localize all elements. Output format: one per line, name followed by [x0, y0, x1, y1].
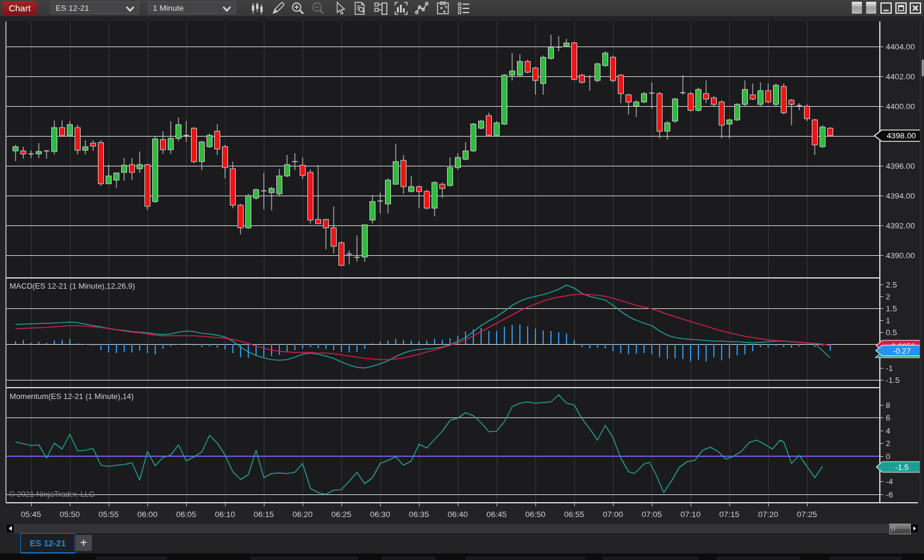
svg-text:1: 1 — [886, 316, 891, 325]
svg-text:06:30: 06:30 — [370, 510, 390, 519]
svg-text:-1.5: -1.5 — [886, 376, 900, 385]
svg-text:-6: -6 — [886, 490, 893, 499]
svg-text:8: 8 — [886, 401, 891, 410]
svg-text:ES 12-21: ES 12-21 — [56, 4, 89, 13]
svg-text:06:35: 06:35 — [409, 510, 429, 519]
svg-text:06:55: 06:55 — [564, 510, 584, 519]
svg-text:06:50: 06:50 — [525, 510, 546, 519]
svg-text:+: + — [80, 536, 87, 549]
svg-text:05:55: 05:55 — [98, 510, 119, 519]
svg-text:-1: -1 — [886, 364, 893, 373]
svg-text:4392.00: 4392.00 — [886, 221, 915, 230]
svg-text:Chart: Chart — [9, 3, 32, 13]
svg-text:4394.00: 4394.00 — [886, 191, 915, 200]
svg-text:07:25: 07:25 — [797, 510, 817, 519]
svg-text:-1.5: -1.5 — [895, 463, 908, 472]
svg-text:1.5: 1.5 — [886, 304, 897, 313]
svg-text:06:00: 06:00 — [137, 510, 158, 519]
svg-text:ES 12-21: ES 12-21 — [30, 539, 66, 548]
svg-text:06:05: 06:05 — [176, 510, 196, 519]
svg-text:2: 2 — [886, 292, 891, 301]
svg-text:4398.00: 4398.00 — [887, 131, 916, 140]
svg-text:07:20: 07:20 — [758, 510, 778, 519]
svg-text:4396.00: 4396.00 — [886, 162, 915, 171]
svg-text:06:25: 06:25 — [331, 510, 352, 519]
svg-text:06:20: 06:20 — [292, 510, 313, 519]
svg-text:Momentum(ES 12-21 (1 Minute),1: Momentum(ES 12-21 (1 Minute),14) — [10, 392, 134, 401]
svg-text:0.5: 0.5 — [886, 328, 897, 337]
svg-text:06:10: 06:10 — [215, 510, 235, 519]
svg-text:6: 6 — [886, 413, 891, 422]
svg-text:06:45: 06:45 — [486, 510, 507, 519]
svg-text:05:45: 05:45 — [21, 510, 41, 519]
svg-text:07:05: 07:05 — [642, 510, 662, 519]
svg-text:-4: -4 — [886, 477, 893, 486]
svg-text:07:10: 07:10 — [680, 510, 701, 519]
svg-text:4400.00: 4400.00 — [886, 102, 915, 111]
svg-text:0: 0 — [886, 452, 891, 461]
svg-text:2.5: 2.5 — [886, 280, 897, 289]
svg-text:4: 4 — [886, 426, 891, 435]
svg-text:2: 2 — [886, 439, 891, 448]
svg-text:4390.00: 4390.00 — [886, 251, 915, 260]
svg-text:07:00: 07:00 — [603, 510, 623, 519]
svg-text:4402.00: 4402.00 — [886, 72, 915, 81]
svg-text:1 Minute: 1 Minute — [153, 4, 184, 13]
svg-text:4404.00: 4404.00 — [886, 42, 915, 51]
svg-text:05:50: 05:50 — [60, 510, 80, 519]
svg-text:MACD(ES 12-21 (1 Minute),12,26: MACD(ES 12-21 (1 Minute),12,26,9) — [10, 281, 135, 290]
svg-text:-0.27: -0.27 — [893, 346, 911, 355]
svg-text:06:15: 06:15 — [254, 510, 274, 519]
svg-text:07:15: 07:15 — [719, 510, 740, 519]
svg-text:© 2021 NinjaTrader, LLC: © 2021 NinjaTrader, LLC — [9, 490, 95, 499]
svg-text:06:40: 06:40 — [448, 510, 468, 519]
